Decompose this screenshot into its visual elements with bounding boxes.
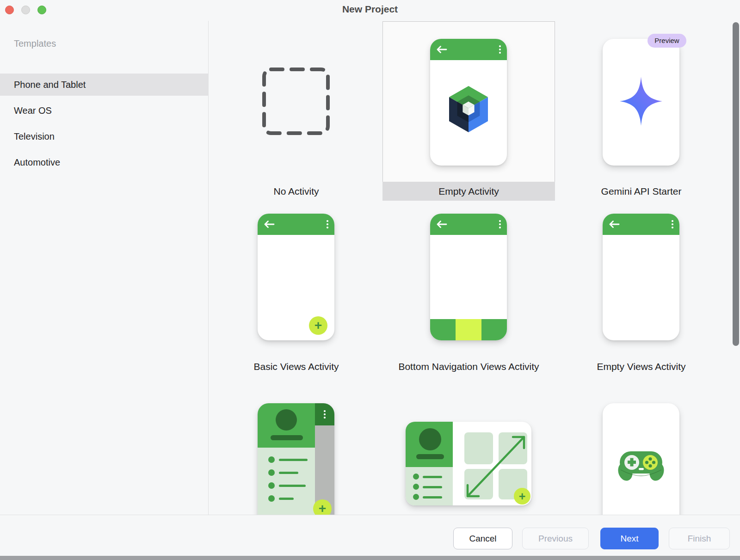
app-bar-fragment bbox=[315, 403, 334, 425]
back-arrow-icon bbox=[264, 221, 275, 228]
sidebar-item-label: Automotive bbox=[14, 157, 60, 167]
template-label: Basic Views Activity bbox=[210, 357, 382, 376]
new-project-dialog: New Project Templates Phone and Tablet W… bbox=[0, 0, 740, 560]
title-bar: New Project bbox=[0, 0, 740, 21]
plus-glyph: + bbox=[314, 319, 322, 332]
sidebar-item-label: Phone and Tablet bbox=[14, 80, 86, 90]
kebab-menu-icon bbox=[499, 220, 501, 228]
sidebar-item-wear-os[interactable]: Wear OS bbox=[0, 99, 209, 122]
back-arrow-icon bbox=[436, 46, 447, 53]
plus-glyph: + bbox=[319, 502, 326, 515]
back-arrow-icon bbox=[609, 221, 620, 228]
template-label: Empty Views Activity bbox=[555, 357, 728, 376]
kebab-menu-icon bbox=[324, 410, 326, 418]
drawer-header-text-bar bbox=[271, 435, 303, 440]
finish-button[interactable]: Finish bbox=[669, 528, 730, 549]
gamepad-icon bbox=[613, 449, 669, 484]
phone-mockup: + bbox=[258, 214, 334, 340]
preview-badge: Preview bbox=[648, 34, 686, 48]
sidebar-item-label: Wear OS bbox=[14, 105, 52, 116]
dialog-footer: Cancel Previous Next Finish bbox=[0, 515, 740, 556]
expand-diagonal-arrow-icon bbox=[406, 422, 531, 505]
template-label: No Activity bbox=[210, 182, 382, 201]
phone-mockup: + bbox=[258, 403, 334, 515]
kebab-menu-icon bbox=[499, 45, 501, 54]
avatar bbox=[276, 409, 297, 431]
back-arrow-icon bbox=[436, 221, 447, 228]
tablet-mockup: + bbox=[406, 422, 531, 505]
templates-sidebar: Templates Phone and Tablet Wear OS Telev… bbox=[0, 21, 209, 515]
sidebar-item-phone-and-tablet[interactable]: Phone and Tablet bbox=[0, 74, 209, 96]
phone-mockup bbox=[430, 39, 507, 166]
bottom-nav-selected-tab bbox=[456, 319, 481, 340]
fab-plus-icon: + bbox=[313, 499, 332, 515]
sidebar-item-television[interactable]: Television bbox=[0, 125, 209, 148]
phone-mockup bbox=[603, 214, 679, 340]
jetpack-compose-logo-icon bbox=[445, 83, 492, 135]
no-activity-dashed-square-icon bbox=[262, 67, 330, 135]
navigation-drawer-panel bbox=[258, 403, 315, 515]
template-label: Gemini API Starter bbox=[555, 182, 728, 201]
app-bar bbox=[603, 214, 679, 235]
template-label: Bottom Navigation Views Activity bbox=[382, 357, 555, 376]
sidebar-header: Templates bbox=[14, 38, 56, 49]
template-label: Empty Activity bbox=[382, 182, 555, 201]
kebab-menu-icon bbox=[672, 220, 673, 228]
sidebar-item-label: Television bbox=[14, 131, 55, 142]
sidebar-item-automotive[interactable]: Automotive bbox=[0, 151, 209, 173]
bottom-nav-bar bbox=[430, 319, 507, 340]
vertical-scrollbar-thumb[interactable] bbox=[733, 22, 739, 346]
phone-mockup bbox=[603, 39, 679, 166]
next-button[interactable]: Next bbox=[600, 528, 659, 549]
cancel-button[interactable]: Cancel bbox=[453, 528, 512, 549]
template-gallery: No Activity bbox=[209, 21, 740, 515]
app-bar bbox=[430, 39, 507, 60]
dialog-title: New Project bbox=[0, 4, 740, 15]
previous-button[interactable]: Previous bbox=[522, 528, 589, 549]
kebab-menu-icon bbox=[327, 220, 328, 228]
fab-plus-icon: + bbox=[514, 488, 530, 505]
window-bottom-edge bbox=[0, 556, 740, 560]
fab-plus-icon: + bbox=[309, 316, 327, 335]
app-bar bbox=[258, 214, 334, 235]
phone-mockup bbox=[430, 214, 507, 340]
phone-mockup bbox=[603, 403, 679, 515]
plus-glyph: + bbox=[519, 491, 526, 502]
gemini-star-icon bbox=[619, 76, 663, 127]
app-bar bbox=[430, 214, 507, 235]
